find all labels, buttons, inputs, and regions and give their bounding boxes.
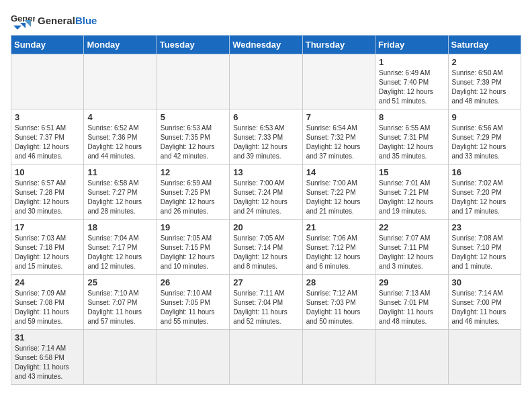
day-cell: 3Sunrise: 6:51 AM Sunset: 7:37 PM Daylig…: [11, 109, 84, 165]
day-number: 3: [15, 112, 80, 122]
day-cell: 25Sunrise: 7:10 AM Sunset: 7:07 PM Dayli…: [84, 275, 157, 330]
day-cell: [157, 54, 229, 109]
weekday-header-sunday: Sunday: [11, 36, 84, 54]
day-cell: 6Sunrise: 6:53 AM Sunset: 7:33 PM Daylig…: [230, 109, 302, 165]
day-info: Sunrise: 7:06 AM Sunset: 7:12 PM Dayligh…: [306, 234, 371, 271]
calendar-table: SundayMondayTuesdayWednesdayThursdayFrid…: [11, 35, 521, 385]
day-number: 9: [452, 112, 517, 122]
day-cell: [84, 330, 157, 385]
day-number: 28: [306, 277, 371, 287]
logo-general: General: [38, 15, 75, 26]
day-info: Sunrise: 7:12 AM Sunset: 7:03 PM Dayligh…: [306, 289, 371, 326]
day-info: Sunrise: 6:52 AM Sunset: 7:36 PM Dayligh…: [87, 124, 152, 161]
day-number: 12: [161, 167, 226, 177]
day-cell: 11Sunrise: 6:58 AM Sunset: 7:27 PM Dayli…: [84, 165, 157, 220]
day-number: 31: [15, 332, 80, 342]
day-cell: 15Sunrise: 7:01 AM Sunset: 7:21 PM Dayli…: [375, 165, 448, 220]
day-cell: [11, 54, 84, 109]
day-info: Sunrise: 6:54 AM Sunset: 7:32 PM Dayligh…: [306, 124, 371, 161]
day-cell: 19Sunrise: 7:05 AM Sunset: 7:15 PM Dayli…: [157, 220, 229, 275]
day-info: Sunrise: 7:07 AM Sunset: 7:11 PM Dayligh…: [379, 234, 444, 271]
day-cell: 28Sunrise: 7:12 AM Sunset: 7:03 PM Dayli…: [302, 275, 375, 330]
svg-marker-1: [13, 26, 21, 30]
day-info: Sunrise: 6:59 AM Sunset: 7:25 PM Dayligh…: [161, 179, 226, 216]
weekday-header-friday: Friday: [375, 36, 448, 54]
day-number: 7: [306, 112, 371, 122]
day-cell: [302, 54, 375, 109]
day-info: Sunrise: 6:49 AM Sunset: 7:40 PM Dayligh…: [379, 68, 444, 106]
day-number: 4: [87, 112, 152, 122]
day-info: Sunrise: 7:05 AM Sunset: 7:14 PM Dayligh…: [233, 234, 298, 271]
day-cell: 13Sunrise: 7:00 AM Sunset: 7:24 PM Dayli…: [230, 165, 302, 220]
day-cell: [302, 330, 375, 385]
logo-blue: Blue: [75, 15, 97, 26]
day-info: Sunrise: 7:10 AM Sunset: 7:07 PM Dayligh…: [87, 289, 152, 326]
header: General GeneralBlue: [11, 11, 521, 30]
day-number: 10: [15, 167, 80, 177]
day-info: Sunrise: 7:14 AM Sunset: 6:58 PM Dayligh…: [15, 344, 80, 381]
day-cell: 21Sunrise: 7:06 AM Sunset: 7:12 PM Dayli…: [302, 220, 375, 275]
day-info: Sunrise: 7:05 AM Sunset: 7:15 PM Dayligh…: [161, 234, 226, 271]
day-cell: [84, 54, 157, 109]
day-cell: 9Sunrise: 6:56 AM Sunset: 7:29 PM Daylig…: [448, 109, 521, 165]
day-cell: [230, 54, 302, 109]
day-info: Sunrise: 6:57 AM Sunset: 7:28 PM Dayligh…: [15, 179, 80, 216]
week-row-5: 24Sunrise: 7:09 AM Sunset: 7:08 PM Dayli…: [11, 275, 521, 330]
day-number: 23: [452, 222, 517, 232]
week-row-2: 3Sunrise: 6:51 AM Sunset: 7:37 PM Daylig…: [11, 109, 521, 165]
week-row-3: 10Sunrise: 6:57 AM Sunset: 7:28 PM Dayli…: [11, 165, 521, 220]
week-row-1: 1Sunrise: 6:49 AM Sunset: 7:40 PM Daylig…: [11, 54, 521, 109]
day-cell: 4Sunrise: 6:52 AM Sunset: 7:36 PM Daylig…: [84, 109, 157, 165]
day-cell: 12Sunrise: 6:59 AM Sunset: 7:25 PM Dayli…: [157, 165, 229, 220]
day-info: Sunrise: 6:55 AM Sunset: 7:31 PM Dayligh…: [379, 124, 444, 161]
weekday-header-monday: Monday: [84, 36, 157, 54]
day-cell: 31Sunrise: 7:14 AM Sunset: 6:58 PM Dayli…: [11, 330, 84, 385]
day-number: 2: [452, 57, 517, 67]
day-cell: 24Sunrise: 7:09 AM Sunset: 7:08 PM Dayli…: [11, 275, 84, 330]
day-cell: [448, 330, 521, 385]
day-number: 5: [161, 112, 226, 122]
day-number: 27: [233, 277, 298, 287]
day-info: Sunrise: 7:11 AM Sunset: 7:04 PM Dayligh…: [233, 289, 298, 326]
weekday-header-row: SundayMondayTuesdayWednesdayThursdayFrid…: [11, 36, 521, 54]
day-number: 19: [161, 222, 226, 232]
week-row-6: 31Sunrise: 7:14 AM Sunset: 6:58 PM Dayli…: [11, 330, 521, 385]
weekday-header-wednesday: Wednesday: [230, 36, 302, 54]
day-info: Sunrise: 7:10 AM Sunset: 7:05 PM Dayligh…: [161, 289, 226, 326]
svg-text:General: General: [11, 13, 35, 24]
day-info: Sunrise: 7:03 AM Sunset: 7:18 PM Dayligh…: [15, 234, 80, 271]
day-number: 30: [452, 277, 517, 287]
week-row-4: 17Sunrise: 7:03 AM Sunset: 7:18 PM Dayli…: [11, 220, 521, 275]
day-number: 8: [379, 112, 444, 122]
day-info: Sunrise: 6:50 AM Sunset: 7:39 PM Dayligh…: [452, 68, 517, 106]
day-cell: 14Sunrise: 7:00 AM Sunset: 7:22 PM Dayli…: [302, 165, 375, 220]
weekday-header-saturday: Saturday: [448, 36, 521, 54]
day-info: Sunrise: 7:14 AM Sunset: 7:00 PM Dayligh…: [452, 289, 517, 326]
day-number: 22: [379, 222, 444, 232]
logo-icon: General: [11, 11, 35, 30]
day-number: 29: [379, 277, 444, 287]
day-number: 11: [87, 167, 152, 177]
day-info: Sunrise: 7:04 AM Sunset: 7:17 PM Dayligh…: [87, 234, 152, 271]
day-number: 18: [87, 222, 152, 232]
day-cell: 8Sunrise: 6:55 AM Sunset: 7:31 PM Daylig…: [375, 109, 448, 165]
day-info: Sunrise: 6:56 AM Sunset: 7:29 PM Dayligh…: [452, 124, 517, 161]
day-cell: 7Sunrise: 6:54 AM Sunset: 7:32 PM Daylig…: [302, 109, 375, 165]
day-info: Sunrise: 6:58 AM Sunset: 7:27 PM Dayligh…: [87, 179, 152, 216]
day-number: 25: [87, 277, 152, 287]
day-number: 17: [15, 222, 80, 232]
day-cell: 27Sunrise: 7:11 AM Sunset: 7:04 PM Dayli…: [230, 275, 302, 330]
day-cell: 5Sunrise: 6:53 AM Sunset: 7:35 PM Daylig…: [157, 109, 229, 165]
day-number: 16: [452, 167, 517, 177]
day-number: 21: [306, 222, 371, 232]
day-info: Sunrise: 7:01 AM Sunset: 7:21 PM Dayligh…: [379, 179, 444, 216]
logo: General GeneralBlue: [11, 11, 97, 30]
weekday-header-thursday: Thursday: [302, 36, 375, 54]
day-number: 26: [161, 277, 226, 287]
day-cell: [230, 330, 302, 385]
day-cell: 1Sunrise: 6:49 AM Sunset: 7:40 PM Daylig…: [375, 54, 448, 109]
day-number: 24: [15, 277, 80, 287]
day-info: Sunrise: 6:51 AM Sunset: 7:37 PM Dayligh…: [15, 124, 80, 161]
day-cell: 23Sunrise: 7:08 AM Sunset: 7:10 PM Dayli…: [448, 220, 521, 275]
day-cell: 29Sunrise: 7:13 AM Sunset: 7:01 PM Dayli…: [375, 275, 448, 330]
